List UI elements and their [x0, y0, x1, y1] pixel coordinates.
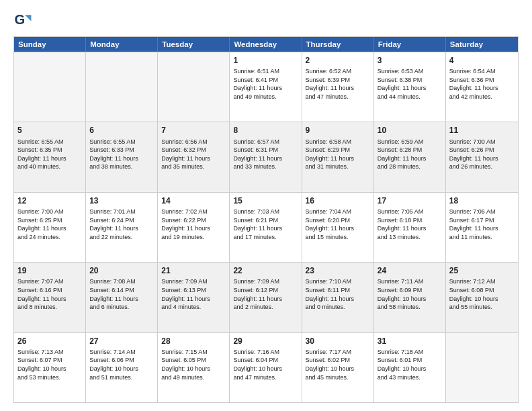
day-number: 16: [306, 195, 370, 206]
calendar-cell: 18Sunrise: 7:06 AM Sunset: 6:17 PM Dayli…: [446, 193, 518, 262]
calendar-cell: 14Sunrise: 7:02 AM Sunset: 6:22 PM Dayli…: [158, 193, 230, 262]
cell-info: Sunrise: 6:52 AM Sunset: 6:39 PM Dayligh…: [306, 67, 370, 101]
calendar-cell: 11Sunrise: 7:00 AM Sunset: 6:26 PM Dayli…: [446, 122, 518, 191]
cell-info: Sunrise: 6:51 AM Sunset: 6:41 PM Dayligh…: [233, 67, 298, 101]
cell-info: Sunrise: 7:16 AM Sunset: 6:04 PM Dayligh…: [233, 348, 298, 381]
calendar-cell: 25Sunrise: 7:12 AM Sunset: 6:08 PM Dayli…: [446, 263, 518, 332]
day-number: 25: [449, 265, 515, 276]
calendar-row-3: 12Sunrise: 7:00 AM Sunset: 6:25 PM Dayli…: [14, 192, 518, 262]
day-number: 28: [161, 336, 226, 347]
calendar-cell: 20Sunrise: 7:08 AM Sunset: 6:14 PM Dayli…: [86, 263, 158, 332]
day-number: 23: [306, 265, 370, 276]
day-number: 24: [378, 265, 442, 276]
cell-info: Sunrise: 7:11 AM Sunset: 6:09 PM Dayligh…: [378, 277, 442, 311]
header-day-sunday: Sunday: [14, 37, 86, 52]
calendar-cell: 13Sunrise: 7:01 AM Sunset: 6:24 PM Dayli…: [86, 193, 158, 262]
calendar-cell: 9Sunrise: 6:58 AM Sunset: 6:29 PM Daylig…: [302, 122, 374, 191]
calendar-cell: 19Sunrise: 7:07 AM Sunset: 6:16 PM Dayli…: [14, 263, 86, 332]
cell-info: Sunrise: 7:08 AM Sunset: 6:14 PM Dayligh…: [89, 277, 154, 311]
day-number: 4: [449, 55, 515, 66]
cell-info: Sunrise: 7:09 AM Sunset: 6:12 PM Dayligh…: [233, 277, 298, 311]
calendar-cell: [158, 52, 230, 122]
day-number: 20: [89, 265, 154, 276]
day-number: 10: [378, 125, 442, 136]
cell-info: Sunrise: 7:12 AM Sunset: 6:08 PM Dayligh…: [449, 277, 515, 311]
calendar-row-2: 5Sunrise: 6:55 AM Sunset: 6:35 PM Daylig…: [14, 122, 518, 191]
page: G SundayMondayTuesdayWednesdayThursdayFr…: [0, 0, 532, 411]
cell-info: Sunrise: 7:15 AM Sunset: 6:05 PM Dayligh…: [161, 348, 226, 381]
day-number: 15: [233, 195, 298, 206]
header-day-thursday: Thursday: [302, 37, 374, 52]
header-day-tuesday: Tuesday: [158, 37, 230, 52]
calendar-cell: [14, 52, 86, 122]
calendar-row-1: 1Sunrise: 6:51 AM Sunset: 6:41 PM Daylig…: [14, 52, 518, 122]
cell-info: Sunrise: 7:09 AM Sunset: 6:13 PM Dayligh…: [161, 277, 226, 311]
calendar-row-4: 19Sunrise: 7:07 AM Sunset: 6:16 PM Dayli…: [14, 262, 518, 332]
calendar-cell: 2Sunrise: 6:52 AM Sunset: 6:39 PM Daylig…: [302, 52, 374, 122]
cell-info: Sunrise: 7:00 AM Sunset: 6:26 PM Dayligh…: [449, 138, 515, 171]
cell-info: Sunrise: 7:00 AM Sunset: 6:25 PM Dayligh…: [17, 208, 82, 241]
cell-info: Sunrise: 6:53 AM Sunset: 6:38 PM Dayligh…: [378, 67, 442, 101]
day-number: 30: [306, 336, 370, 347]
calendar-cell: 3Sunrise: 6:53 AM Sunset: 6:38 PM Daylig…: [374, 52, 446, 122]
calendar-cell: 31Sunrise: 7:18 AM Sunset: 6:01 PM Dayli…: [374, 333, 446, 402]
cell-info: Sunrise: 6:55 AM Sunset: 6:35 PM Dayligh…: [17, 138, 82, 171]
day-number: 13: [89, 195, 154, 206]
day-number: 26: [17, 336, 82, 347]
cell-info: Sunrise: 7:14 AM Sunset: 6:06 PM Dayligh…: [89, 348, 154, 381]
day-number: 7: [161, 125, 226, 136]
day-number: 5: [17, 125, 82, 136]
calendar-cell: 5Sunrise: 6:55 AM Sunset: 6:35 PM Daylig…: [14, 122, 86, 191]
calendar-body: 1Sunrise: 6:51 AM Sunset: 6:41 PM Daylig…: [14, 52, 518, 402]
logo-icon: G: [13, 11, 32, 30]
day-number: 8: [233, 125, 298, 136]
calendar-cell: 12Sunrise: 7:00 AM Sunset: 6:25 PM Dayli…: [14, 193, 86, 262]
svg-marker-1: [25, 15, 31, 21]
header: G: [13, 11, 519, 30]
calendar-cell: 23Sunrise: 7:10 AM Sunset: 6:11 PM Dayli…: [302, 263, 374, 332]
day-number: 3: [378, 55, 442, 66]
logo: G: [13, 11, 35, 30]
calendar-cell: 15Sunrise: 7:03 AM Sunset: 6:21 PM Dayli…: [230, 193, 302, 262]
calendar-cell: 16Sunrise: 7:04 AM Sunset: 6:20 PM Dayli…: [302, 193, 374, 262]
calendar-cell: 26Sunrise: 7:13 AM Sunset: 6:07 PM Dayli…: [14, 333, 86, 402]
calendar-cell: 8Sunrise: 6:57 AM Sunset: 6:31 PM Daylig…: [230, 122, 302, 191]
day-number: 2: [306, 55, 370, 66]
cell-info: Sunrise: 7:06 AM Sunset: 6:17 PM Dayligh…: [449, 208, 515, 241]
day-number: 14: [161, 195, 226, 206]
calendar-cell: 24Sunrise: 7:11 AM Sunset: 6:09 PM Dayli…: [374, 263, 446, 332]
header-day-monday: Monday: [86, 37, 158, 52]
header-day-saturday: Saturday: [446, 37, 518, 52]
day-number: 19: [17, 265, 82, 276]
calendar-cell: 4Sunrise: 6:54 AM Sunset: 6:36 PM Daylig…: [446, 52, 518, 122]
cell-info: Sunrise: 7:05 AM Sunset: 6:18 PM Dayligh…: [378, 208, 442, 241]
calendar-cell: 6Sunrise: 6:55 AM Sunset: 6:33 PM Daylig…: [86, 122, 158, 191]
cell-info: Sunrise: 7:17 AM Sunset: 6:02 PM Dayligh…: [306, 348, 370, 381]
cell-info: Sunrise: 7:03 AM Sunset: 6:21 PM Dayligh…: [233, 208, 298, 241]
calendar-cell: [446, 333, 518, 402]
day-number: 6: [89, 125, 154, 136]
cell-info: Sunrise: 7:04 AM Sunset: 6:20 PM Dayligh…: [306, 208, 370, 241]
cell-info: Sunrise: 7:02 AM Sunset: 6:22 PM Dayligh…: [161, 208, 226, 241]
day-number: 18: [449, 195, 515, 206]
calendar-cell: 17Sunrise: 7:05 AM Sunset: 6:18 PM Dayli…: [374, 193, 446, 262]
day-number: 31: [378, 336, 442, 347]
cell-info: Sunrise: 7:10 AM Sunset: 6:11 PM Dayligh…: [306, 277, 370, 311]
calendar-row-5: 26Sunrise: 7:13 AM Sunset: 6:07 PM Dayli…: [14, 332, 518, 402]
calendar-cell: 29Sunrise: 7:16 AM Sunset: 6:04 PM Dayli…: [230, 333, 302, 402]
cell-info: Sunrise: 6:57 AM Sunset: 6:31 PM Dayligh…: [233, 138, 298, 171]
calendar-cell: 30Sunrise: 7:17 AM Sunset: 6:02 PM Dayli…: [302, 333, 374, 402]
calendar-cell: 22Sunrise: 7:09 AM Sunset: 6:12 PM Dayli…: [230, 263, 302, 332]
day-number: 22: [233, 265, 298, 276]
day-number: 29: [233, 336, 298, 347]
cell-info: Sunrise: 7:07 AM Sunset: 6:16 PM Dayligh…: [17, 277, 82, 311]
calendar-cell: 27Sunrise: 7:14 AM Sunset: 6:06 PM Dayli…: [86, 333, 158, 402]
calendar-cell: 10Sunrise: 6:59 AM Sunset: 6:28 PM Dayli…: [374, 122, 446, 191]
cell-info: Sunrise: 7:13 AM Sunset: 6:07 PM Dayligh…: [17, 348, 82, 381]
day-number: 9: [306, 125, 370, 136]
calendar-cell: [86, 52, 158, 122]
day-number: 1: [233, 55, 298, 66]
calendar-cell: 28Sunrise: 7:15 AM Sunset: 6:05 PM Dayli…: [158, 333, 230, 402]
cell-info: Sunrise: 6:56 AM Sunset: 6:32 PM Dayligh…: [161, 138, 226, 171]
cell-info: Sunrise: 6:58 AM Sunset: 6:29 PM Dayligh…: [306, 138, 370, 171]
